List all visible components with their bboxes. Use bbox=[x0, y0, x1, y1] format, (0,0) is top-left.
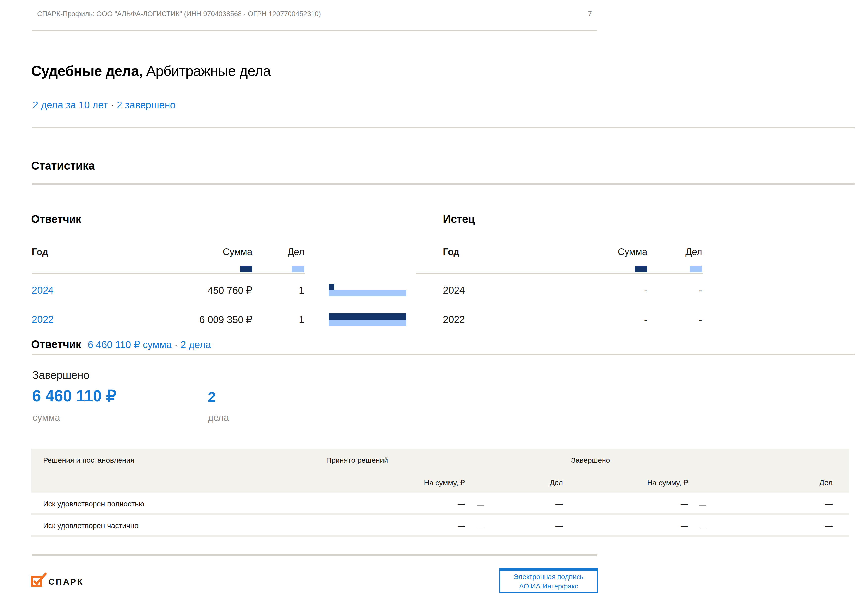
completed-cases-value: — bbox=[825, 522, 832, 530]
completed-count-link[interactable]: 2 завершено bbox=[117, 99, 176, 110]
accepted-cases-value: — bbox=[555, 500, 563, 508]
decisions-row-separator bbox=[31, 513, 849, 515]
respondent-total-row: Ответчик 6 460 110 ₽ сумма · 2 дела bbox=[31, 338, 211, 351]
report-page: СПАРК-Профиль: ООО "АЛЬФА-ЛОГИСТИК" (ИНН… bbox=[0, 0, 868, 614]
header-profile-line: СПАРК-Профиль: ООО "АЛЬФА-ЛОГИСТИК" (ИНН… bbox=[37, 10, 321, 18]
page-title: Судебные дела, Арбитражные дела bbox=[31, 62, 271, 79]
sum-legend-swatch bbox=[240, 266, 253, 272]
respondent-row-bars bbox=[329, 284, 406, 296]
respondent-row-cases: 1 bbox=[280, 314, 304, 325]
respondent-table-divider bbox=[32, 273, 305, 274]
completed-count: 2 bbox=[208, 389, 215, 405]
completed-sum-col: На сумму, ₽ bbox=[647, 478, 688, 487]
section-divider-top bbox=[32, 127, 855, 129]
accepted-cases-col: Дел bbox=[550, 478, 563, 487]
footer-divider bbox=[32, 554, 597, 556]
respondent-heading: Ответчик bbox=[31, 213, 81, 225]
plaintiff-col-cases: Дел bbox=[665, 247, 702, 257]
respondent-row-sum: 450 760 ₽ bbox=[191, 285, 253, 296]
total-dot: · bbox=[174, 339, 178, 350]
completed-label: Завершено bbox=[32, 369, 89, 381]
spark-logo-text: СПАРК bbox=[48, 577, 84, 586]
respondent-row-bars bbox=[329, 314, 406, 326]
accepted-cases-value: — bbox=[555, 522, 563, 530]
summary-links: 2 дела за 10 лет · 2 завершено bbox=[33, 99, 176, 111]
total-amount-link[interactable]: 6 460 110 ₽ сумма bbox=[88, 339, 172, 350]
respondent-row-year: 2022 bbox=[32, 314, 54, 325]
completed-amount: 6 460 110 ₽ bbox=[32, 387, 116, 405]
respondent-total-links: 6 460 110 ₽ сумма · 2 дела bbox=[88, 339, 211, 350]
signature-line1: Электронная подпись bbox=[514, 572, 584, 581]
total-cases-link[interactable]: 2 дела bbox=[180, 339, 211, 350]
header-divider bbox=[32, 30, 597, 31]
decision-row-label: Иск удовлетворен частично bbox=[43, 521, 139, 530]
completed-cases-col: Дел bbox=[819, 478, 832, 487]
plaintiff-row-cases: - bbox=[677, 314, 702, 325]
plaintiff-col-year: Год bbox=[443, 247, 459, 257]
respondent-row-year: 2024 bbox=[32, 285, 54, 296]
plaintiff-row-year: 2022 bbox=[443, 314, 465, 325]
plaintiff-row-sum: - bbox=[623, 314, 647, 325]
completed-sum-value: — bbox=[681, 522, 688, 530]
page-title-main: Судебные дела, bbox=[31, 63, 143, 79]
accepted-sum-value: — bbox=[457, 522, 465, 530]
year-2024-link[interactable]: 2024 bbox=[32, 285, 54, 295]
signature-line2: АО ИА Интерфакс bbox=[519, 581, 578, 591]
respondent-total-heading: Ответчик bbox=[31, 338, 81, 351]
electronic-signature-button[interactable]: Электронная подпись АО ИА Интерфакс bbox=[499, 569, 598, 593]
accepted-sum-value: — bbox=[457, 500, 465, 508]
cases-legend-swatch bbox=[292, 266, 304, 272]
sum-legend-swatch bbox=[635, 266, 647, 272]
cases-bar bbox=[329, 290, 406, 296]
completed-sum-note: — bbox=[699, 523, 706, 530]
respondent-row-sum: 6 009 350 ₽ bbox=[191, 314, 253, 325]
completed-amount-caption: сумма bbox=[33, 412, 60, 423]
sum-bar bbox=[329, 314, 406, 320]
respondent-col-sum: Сумма bbox=[203, 247, 253, 257]
sum-bar bbox=[329, 284, 334, 290]
plaintiff-heading: Истец bbox=[443, 213, 475, 225]
plaintiff-row-cases: - bbox=[677, 285, 702, 296]
decisions-title: Решения и постановления bbox=[43, 456, 134, 465]
respondent-col-year: Год bbox=[32, 247, 48, 257]
plaintiff-row-year: 2024 bbox=[443, 285, 465, 296]
completed-sum-value: — bbox=[681, 500, 688, 508]
statistics-divider bbox=[32, 183, 855, 185]
plaintiff-row-sum: - bbox=[623, 285, 647, 296]
accepted-sum-col: На сумму, ₽ bbox=[424, 478, 465, 487]
decisions-group-accepted: Принято решений bbox=[326, 456, 388, 465]
accepted-sum-note: — bbox=[477, 523, 484, 530]
respondent-row-cases: 1 bbox=[280, 285, 304, 296]
totals-divider bbox=[32, 354, 855, 355]
cases-legend-swatch bbox=[690, 266, 702, 272]
summary-dot: · bbox=[111, 99, 114, 110]
decisions-group-completed: Завершено bbox=[571, 456, 610, 465]
decisions-bottom-separator bbox=[31, 535, 849, 537]
respondent-col-cases: Дел bbox=[267, 247, 304, 257]
year-2022-link[interactable]: 2022 bbox=[32, 314, 54, 325]
page-number: 7 bbox=[577, 10, 592, 18]
decision-row-label: Иск удовлетворен полностью bbox=[43, 500, 144, 508]
completed-count-caption: дела bbox=[208, 412, 229, 423]
plaintiff-col-sum: Сумма bbox=[598, 247, 647, 257]
page-title-sub: Арбитражные дела bbox=[143, 63, 271, 79]
statistics-heading: Статистика bbox=[31, 159, 95, 172]
cases-bar bbox=[329, 320, 406, 326]
completed-cases-value: — bbox=[825, 500, 832, 508]
plaintiff-table-divider bbox=[416, 273, 703, 274]
spark-logo-icon bbox=[31, 572, 48, 587]
accepted-sum-note: — bbox=[477, 501, 484, 509]
cases-count-link[interactable]: 2 дела за 10 лет bbox=[33, 99, 108, 110]
completed-sum-note: — bbox=[699, 501, 706, 509]
